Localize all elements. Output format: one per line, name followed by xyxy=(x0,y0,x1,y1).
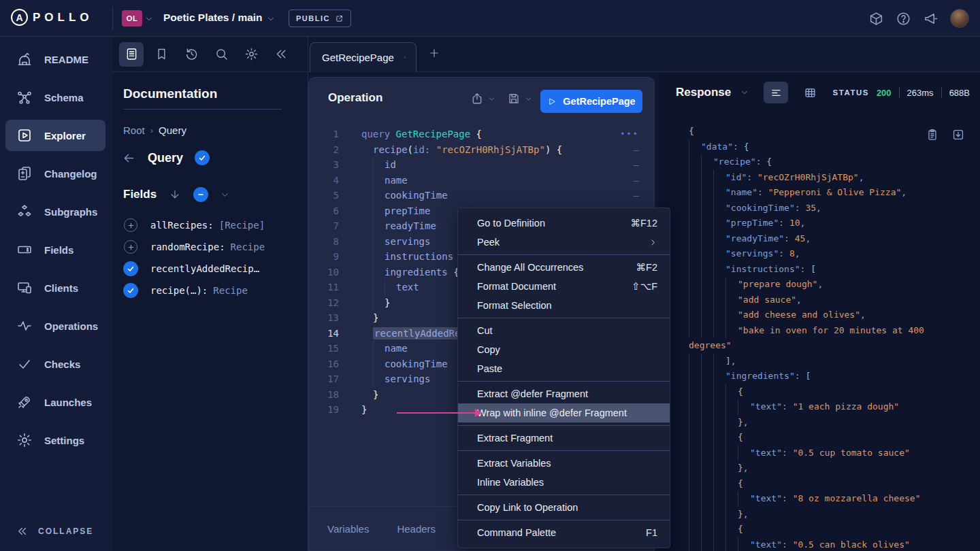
code-line[interactable]: 3id– xyxy=(309,157,654,173)
graph-chevron-down-icon[interactable] xyxy=(267,15,275,23)
user-avatar[interactable] xyxy=(950,9,969,28)
type-heading-row: Query xyxy=(122,150,210,165)
editor-bottom-tab-headers[interactable]: Headers xyxy=(397,523,436,535)
sidebar-item-settings[interactable]: Settings xyxy=(5,424,105,456)
code-line[interactable]: 2recipe(id: "recOZrH0RhjSjATBp") {– xyxy=(309,142,654,158)
response-header: Response STATUS 200 263ms 688B xyxy=(659,71,980,114)
response-json-line: "add cheese and olives", xyxy=(689,307,980,323)
field-add-plus-badge[interactable] xyxy=(124,218,137,232)
public-badge[interactable]: PUBLIC xyxy=(289,10,351,27)
sidebar-item-schema[interactable]: Schema xyxy=(5,82,105,113)
menu-item[interactable]: Format Document⇧⌥F xyxy=(458,277,670,296)
response-json-viewer[interactable]: {"data": {"recipe": {"id": "recOZrH0RhjS… xyxy=(659,124,980,551)
sidebar-item-readme[interactable]: README xyxy=(5,44,105,75)
new-tab-plus-icon[interactable] xyxy=(428,47,440,59)
sidebar-item-launches[interactable]: Launches xyxy=(5,386,105,418)
deselect-all-minus-badge[interactable] xyxy=(193,187,208,202)
code-line[interactable]: 4name– xyxy=(309,173,654,188)
doc-toolbar-doc-lines-button[interactable] xyxy=(119,42,144,67)
org-badge[interactable]: OL xyxy=(122,10,142,27)
menu-item[interactable]: Go to Definition⌘F12 xyxy=(458,214,670,233)
field-row[interactable]: randomRecipe:Recipe xyxy=(123,236,304,258)
menu-item[interactable]: Extract @defer Fragment xyxy=(458,384,670,403)
menu-item[interactable]: Paste xyxy=(458,359,670,378)
back-arrow-icon[interactable] xyxy=(122,151,136,165)
run-button-label: GetRecipePage xyxy=(563,96,635,107)
table-view-toggle[interactable] xyxy=(798,82,822,103)
line-number: 5 xyxy=(309,188,339,203)
sidebar-collapse-button[interactable]: COLLAPSE xyxy=(16,525,93,537)
menu-item[interactable]: Change All Occurrences⌘F2 xyxy=(458,258,670,277)
save-chevron-down-icon[interactable] xyxy=(525,95,532,103)
menu-item-label: Extract @defer Fragment xyxy=(477,384,588,403)
field-type[interactable]: Recipe xyxy=(231,241,265,252)
response-title[interactable]: Response xyxy=(676,86,731,99)
line-number: 4 xyxy=(309,173,339,188)
sidebar-item-explorer[interactable]: Explorer xyxy=(5,120,105,151)
sandbox-box-icon[interactable] xyxy=(868,11,884,27)
menu-item[interactable]: Inline Variables xyxy=(458,473,670,492)
field-selected-check-badge[interactable] xyxy=(123,261,138,276)
doc-toolbar-chevrons-left-button[interactable] xyxy=(269,42,293,67)
fields-chevron-down-icon[interactable] xyxy=(220,190,229,199)
align-lines-icon xyxy=(770,86,783,99)
field-type[interactable]: [Recipe] xyxy=(219,220,265,231)
code-line[interactable]: 5cookingTime– xyxy=(309,188,654,203)
menu-item[interactable]: Copy Link to Operation xyxy=(458,498,670,517)
field-type[interactable]: Recipe xyxy=(213,285,248,296)
line-overflow-menu-icon[interactable]: ••• xyxy=(620,127,639,142)
topbar-divider xyxy=(112,7,113,30)
menu-item[interactable]: Extract Fragment xyxy=(458,429,670,448)
field-add-plus-badge[interactable] xyxy=(124,240,137,254)
raw-view-toggle[interactable] xyxy=(764,82,788,103)
sidebar-item-subgraphs[interactable]: Subgraphs xyxy=(5,196,105,227)
field-selected-check-badge[interactable] xyxy=(123,283,138,298)
doc-toolbar-bookmark-button[interactable] xyxy=(149,42,174,67)
menu-item[interactable]: Format Selection xyxy=(458,296,670,315)
share-chevron-down-icon[interactable] xyxy=(488,95,495,103)
doc-lines-icon xyxy=(125,47,139,61)
menu-item[interactable]: Command PaletteF1 xyxy=(458,523,670,542)
sidebar-item-operations[interactable]: Operations xyxy=(5,310,105,341)
breadcrumb-root[interactable]: Root xyxy=(123,124,145,136)
sidebar-item-label: Operations xyxy=(44,320,98,332)
type-selected-check-badge[interactable] xyxy=(195,150,210,165)
menu-item[interactable]: Wrap with inline @defer Fragment xyxy=(458,403,670,422)
doc-toolbar-history-button[interactable] xyxy=(179,42,203,67)
help-icon[interactable] xyxy=(896,11,911,27)
sort-arrow-down-icon[interactable] xyxy=(169,188,181,201)
graph-name-breadcrumb[interactable]: Poetic Plates / main xyxy=(163,12,263,24)
field-row[interactable]: recentlyAddedRecip… xyxy=(123,258,304,280)
editor-bottom-tab-variables[interactable]: Variables xyxy=(327,523,369,535)
operation-tab[interactable]: GetRecipePage xyxy=(310,42,416,72)
doc-toolbar-search-button[interactable] xyxy=(209,42,233,67)
org-chevron-down-icon[interactable] xyxy=(145,15,153,23)
sidebar-item-changelog[interactable]: Changelog xyxy=(5,158,105,189)
menu-item-label: Peek xyxy=(477,233,500,252)
sidebar-item-fields[interactable]: Fields xyxy=(5,234,105,265)
menu-item-label: Go to Definition xyxy=(477,214,545,233)
line-number: 8 xyxy=(309,234,339,250)
response-chevron-down-icon[interactable] xyxy=(740,88,749,97)
share-operation-icon[interactable] xyxy=(470,92,484,105)
doc-toolbar-gear-button[interactable] xyxy=(239,42,263,67)
sidebar-item-clients[interactable]: Clients xyxy=(5,272,105,303)
breadcrumb-current[interactable]: Query xyxy=(159,124,186,136)
line-number: 11 xyxy=(309,280,339,295)
observatory-icon xyxy=(16,51,33,67)
save-operation-icon[interactable] xyxy=(507,92,521,105)
response-json-line: }, xyxy=(689,415,980,431)
close-tab-icon[interactable] xyxy=(404,53,406,62)
menu-item[interactable]: Cut xyxy=(458,321,670,340)
sidebar-item-checks[interactable]: Checks xyxy=(5,348,105,380)
menu-item[interactable]: Extract Variables xyxy=(458,454,670,473)
field-row[interactable]: recipe(…):Recipe xyxy=(123,280,304,301)
announcements-icon[interactable] xyxy=(923,11,938,27)
top-bar: A POLLO OL Poetic Plates / main PUBLIC xyxy=(0,0,980,37)
apollo-logo[interactable]: A POLLO xyxy=(11,9,93,26)
run-operation-button[interactable]: GetRecipePage xyxy=(540,90,642,113)
menu-item[interactable]: Copy xyxy=(458,340,670,359)
field-row[interactable]: allRecipes:[Recipe] xyxy=(123,214,304,236)
code-line[interactable]: 1query GetRecipePage {••• xyxy=(309,127,654,142)
menu-item[interactable]: Peek xyxy=(458,233,670,252)
